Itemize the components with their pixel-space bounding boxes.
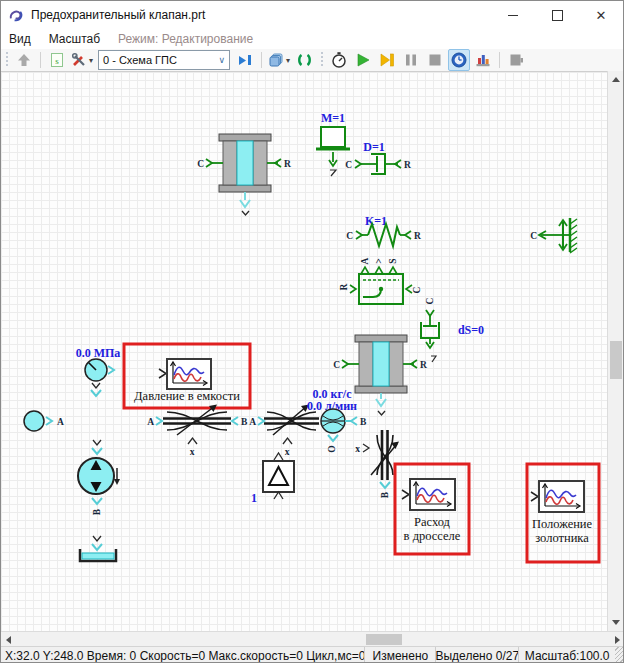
svg-text:s: s	[55, 56, 59, 66]
damper-value-label: D=1	[363, 140, 385, 154]
pause-button[interactable]	[400, 49, 422, 71]
vertical-scroll-thumb[interactable]	[610, 341, 622, 379]
tools-dropdown-icon: ▾	[89, 56, 93, 65]
component-source[interactable]: A	[24, 411, 64, 431]
minimize-button[interactable]	[491, 1, 535, 29]
port-label: C	[425, 297, 435, 304]
port-label: A	[147, 417, 154, 427]
component-spool-sensor[interactable]: A > S R C	[339, 257, 422, 304]
toolbar-separator	[40, 52, 41, 68]
clock-icon	[450, 51, 468, 69]
component-flow-meter[interactable]: 0.0 кг/с 0.0 л/мин B O	[307, 387, 367, 453]
tools-button[interactable]: ▾	[70, 49, 94, 71]
port-label: B	[360, 417, 367, 427]
component-pump[interactable]: B	[78, 440, 120, 515]
port-label: R	[420, 360, 427, 370]
scroll-up-icon[interactable]	[612, 77, 620, 82]
port-label: >	[374, 258, 384, 263]
navigate-up-button[interactable]	[13, 49, 35, 71]
layers-dropdown-icon: ▾	[286, 56, 290, 65]
run-button[interactable]	[352, 49, 374, 71]
menu-view[interactable]: Вид	[9, 32, 31, 46]
pause-icon	[402, 51, 420, 69]
close-button[interactable]: ✕	[579, 1, 623, 29]
script-button[interactable]: s	[46, 49, 68, 71]
schematic-canvas[interactable]: C R M=1 D=1 C R	[1, 71, 609, 632]
maximize-button[interactable]	[535, 1, 579, 29]
menu-scale[interactable]: Масштаб	[49, 32, 100, 46]
port-label: R	[284, 159, 291, 169]
port-label: A	[57, 417, 64, 427]
stopwatch-button[interactable]	[328, 49, 350, 71]
toolbar-grip[interactable]	[4, 52, 9, 68]
component-throttle-1[interactable]: A B x	[147, 405, 248, 458]
component-tank[interactable]	[80, 536, 116, 561]
step-forward-icon	[378, 51, 396, 69]
port-label: x	[190, 447, 195, 457]
horizontal-scroll-thumb[interactable]	[366, 634, 402, 645]
resize-grip[interactable]	[615, 647, 624, 663]
refresh-icon	[296, 52, 313, 68]
port-label: C	[345, 160, 352, 170]
report-button[interactable]	[505, 49, 527, 71]
charts-button[interactable]	[472, 49, 494, 71]
maximize-icon	[552, 10, 563, 21]
chevron-down-icon: ∨	[218, 55, 225, 65]
script-icon: s	[49, 52, 65, 68]
realtime-clock-button[interactable]	[448, 49, 470, 71]
component-ds-damper[interactable]: C dS=0	[421, 297, 484, 348]
status-modified: Изменено	[364, 647, 435, 663]
component-cylinder-main[interactable]: C R	[197, 134, 291, 215]
component-spring[interactable]: K=1 C R	[346, 214, 421, 246]
gain-value-label: 1	[251, 491, 257, 505]
fit-view-button[interactable]	[234, 49, 256, 71]
scope-position[interactable]: Положение золотника	[527, 464, 599, 562]
spring-value-label: K=1	[365, 214, 387, 228]
menu-mode-label: Режим: Редактирование	[118, 32, 253, 46]
scope-caption-line1: Расход	[414, 515, 451, 529]
scroll-down-icon[interactable]	[612, 620, 620, 625]
scroll-left-icon[interactable]	[6, 636, 11, 644]
ds-value-label: dS=0	[458, 323, 484, 337]
vertical-scrollbar[interactable]	[607, 71, 623, 631]
toolbar: s ▾ 0 - Схема ГПС ∨ ▾	[1, 49, 623, 72]
minimize-icon	[508, 15, 518, 16]
port-label: B	[241, 417, 248, 427]
component-gain[interactable]: 1	[251, 453, 294, 505]
horizontal-scrollbar[interactable]	[1, 631, 624, 646]
mass-value-label: M=1	[321, 111, 345, 125]
close-icon: ✕	[596, 8, 607, 23]
title-bar[interactable]: Предохранительный клапан.prt ✕	[1, 1, 623, 29]
report-icon	[507, 51, 525, 69]
port-label: B	[380, 491, 390, 498]
scroll-right-icon[interactable]	[615, 636, 620, 644]
scope-pressure[interactable]: Давление в емкости	[124, 344, 250, 408]
port-label: R	[414, 231, 421, 241]
component-anchor[interactable]: C	[530, 218, 577, 253]
up-arrow-icon	[16, 52, 32, 68]
component-damper[interactable]: D=1 C R	[345, 140, 411, 174]
port-label: A	[249, 417, 256, 427]
scope-caption-line1: Положение	[532, 517, 593, 531]
window-title: Предохранительный клапан.prt	[31, 8, 491, 22]
port-label: C	[197, 159, 204, 169]
port-label: C	[530, 231, 537, 241]
layers-button[interactable]: ▾	[267, 49, 291, 71]
scope-caption-line2: золотника	[535, 531, 589, 545]
bar-chart-icon	[474, 51, 492, 69]
scope-flow[interactable]: Расход в дросселе	[395, 464, 469, 554]
scope-caption: Давление в емкости	[134, 389, 240, 403]
app-window: Предохранительный клапан.prt ✕ Вид Масшт…	[0, 0, 624, 663]
refresh-button[interactable]	[293, 49, 315, 71]
port-label: x	[285, 447, 290, 457]
component-pressure-gauge[interactable]: 0.0 МПа	[76, 346, 121, 396]
port-label: C	[412, 286, 422, 293]
scheme-select[interactable]: 0 - Схема ГПС ∨	[98, 50, 230, 70]
toolbar-grip[interactable]	[319, 52, 324, 68]
tools-icon	[71, 52, 88, 68]
step-button[interactable]	[376, 49, 398, 71]
port-label: B	[92, 508, 102, 515]
component-throttle-vertical[interactable]: x B	[355, 430, 399, 498]
stop-button[interactable]	[424, 49, 446, 71]
stopwatch-icon	[330, 51, 348, 69]
